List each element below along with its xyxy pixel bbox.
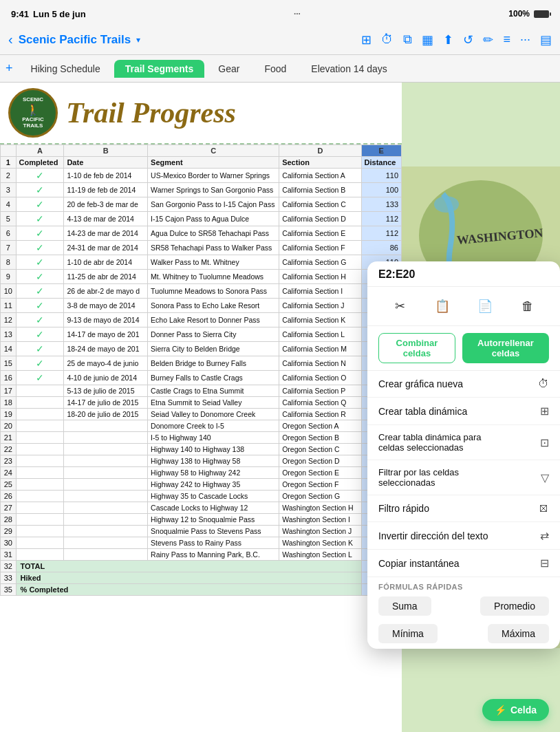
cell-date-4[interactable]: 20 de feb-3 de mar de bbox=[64, 197, 148, 212]
cell-date-19[interactable]: 18-20 de julio de 2015 bbox=[64, 409, 148, 420]
cell-segment-23[interactable]: Highway 138 to Highway 58 bbox=[148, 455, 279, 467]
cell-date-26[interactable] bbox=[64, 491, 148, 502]
formula-minima[interactable]: Mínima bbox=[378, 624, 438, 643]
cell-section-27[interactable]: Washington Section H bbox=[279, 502, 361, 514]
cell-segment-3[interactable]: Warner Springs to San Gorgonio Pass bbox=[148, 183, 279, 197]
cell-section-24[interactable]: Oregon Section E bbox=[279, 467, 361, 479]
cell-date-10[interactable]: 26 de abr-2 de mayo d bbox=[64, 284, 148, 299]
cell-segment-10[interactable]: Tuolumne Meadows to Sonora Pass bbox=[148, 284, 279, 299]
cell-section-2[interactable]: California Section A bbox=[279, 169, 361, 183]
more-icon[interactable]: ··· bbox=[520, 32, 530, 47]
col-header-d[interactable]: D bbox=[279, 145, 361, 157]
cell-date-27[interactable] bbox=[64, 502, 148, 514]
cell-section-3[interactable]: California Section B bbox=[279, 183, 361, 197]
cell-section-15[interactable]: California Section N bbox=[279, 356, 361, 371]
clock-icon[interactable]: ⏱ bbox=[381, 32, 394, 47]
cell-segment-14[interactable]: Sierra City to Belden Bridge bbox=[148, 342, 279, 356]
cell-completed-12[interactable]: ✓ bbox=[16, 313, 64, 327]
cell-completed-6[interactable]: ✓ bbox=[16, 226, 64, 241]
cell-completed-16[interactable]: ✓ bbox=[16, 371, 64, 385]
cell-completed-23[interactable] bbox=[16, 455, 64, 467]
menu-item-crear-grafica[interactable]: Crear gráfica nueva ⏱ bbox=[367, 371, 560, 398]
cell-section-7[interactable]: California Section F bbox=[279, 241, 361, 255]
cell-completed-19[interactable] bbox=[16, 409, 64, 420]
cell-date-21[interactable] bbox=[64, 432, 148, 444]
cell-section-23[interactable]: Oregon Section D bbox=[279, 455, 361, 467]
menu-item-filtrar[interactable]: Filtrar por las celdasseleccionadas ▽ bbox=[367, 460, 560, 495]
cell-completed-25[interactable] bbox=[16, 479, 64, 491]
cell-date-28[interactable] bbox=[64, 514, 148, 526]
cell-completed-14[interactable]: ✓ bbox=[16, 342, 64, 356]
tab-gear[interactable]: Gear bbox=[207, 60, 250, 78]
cell-date-9[interactable]: 11-25 de abr de 2014 bbox=[64, 270, 148, 284]
cell-segment-12[interactable]: Echo Lake Resort to Donner Pass bbox=[148, 313, 279, 327]
cell-date-24[interactable] bbox=[64, 467, 148, 479]
cell-completed-13[interactable]: ✓ bbox=[16, 327, 64, 342]
cell-section-9[interactable]: California Section H bbox=[279, 270, 361, 284]
cell-section-10[interactable]: California Section I bbox=[279, 284, 361, 299]
cell-segment-4[interactable]: San Gorgonio Pass to I-15 Cajon Pass bbox=[148, 197, 279, 212]
cell-section-5[interactable]: California Section D bbox=[279, 212, 361, 226]
col-header-c[interactable]: C bbox=[148, 145, 279, 157]
cell-completed-3[interactable]: ✓ bbox=[16, 183, 64, 197]
cell-completed-31[interactable] bbox=[16, 549, 64, 561]
cell-section-25[interactable]: Oregon Section F bbox=[279, 479, 361, 491]
cell-segment-9[interactable]: Mt. Whitney to Tuolumne Meadows bbox=[148, 270, 279, 284]
cell-completed-9[interactable]: ✓ bbox=[16, 270, 64, 284]
combinar-celdas-button[interactable]: Combinar celdas bbox=[378, 333, 455, 363]
cell-date-11[interactable]: 3-8 de mayo de 2014 bbox=[64, 299, 148, 313]
cell-segment-5[interactable]: I-15 Cajon Pass to Agua Dulce bbox=[148, 212, 279, 226]
cell-section-4[interactable]: California Section C bbox=[279, 197, 361, 212]
brush-icon[interactable]: ✏ bbox=[483, 32, 493, 47]
cell-completed-8[interactable]: ✓ bbox=[16, 255, 64, 270]
cell-segment-28[interactable]: Highway 12 to Snoqualmie Pass bbox=[148, 514, 279, 526]
cell-date-6[interactable]: 14-23 de mar de 2014 bbox=[64, 226, 148, 241]
cell-section-26[interactable]: Oregon Section G bbox=[279, 491, 361, 502]
image-icon[interactable]: ▦ bbox=[422, 32, 433, 47]
cell-distance-6[interactable]: 112 bbox=[361, 226, 401, 241]
cell-segment-6[interactable]: Agua Dulce to SR58 Tehachapi Pass bbox=[148, 226, 279, 241]
cell-distance-5[interactable]: 112 bbox=[361, 212, 401, 226]
title-chevron-icon[interactable]: ▾ bbox=[136, 35, 140, 45]
popup-cut-button[interactable]: ✂ bbox=[387, 294, 412, 319]
cell-completed-21[interactable] bbox=[16, 432, 64, 444]
cell-section-12[interactable]: California Section K bbox=[279, 313, 361, 327]
cell-segment-2[interactable]: US-Mexico Border to Warner Springs bbox=[148, 169, 279, 183]
col-header-e[interactable]: E bbox=[361, 145, 401, 157]
cell-section-18[interactable]: California Section Q bbox=[279, 397, 361, 409]
menu-item-filtro-rapido[interactable]: Filtro rápido 🝱 bbox=[367, 495, 560, 522]
cell-date-20[interactable] bbox=[64, 420, 148, 432]
menu-item-invertir-texto[interactable]: Invertir dirección del texto ⇄ bbox=[367, 522, 560, 550]
cell-completed-7[interactable]: ✓ bbox=[16, 241, 64, 255]
cell-completed-4[interactable]: ✓ bbox=[16, 197, 64, 212]
cell-date-7[interactable]: 24-31 de mar de 2014 bbox=[64, 241, 148, 255]
cell-fab-button[interactable]: ⚡ Celda bbox=[482, 699, 549, 721]
cell-section-31[interactable]: Washington Section L bbox=[279, 549, 361, 561]
cell-date-23[interactable] bbox=[64, 455, 148, 467]
formula-promedio[interactable]: Promedio bbox=[480, 596, 549, 616]
cell-completed-29[interactable] bbox=[16, 526, 64, 537]
cell-segment-24[interactable]: Highway 58 to Highway 242 bbox=[148, 467, 279, 479]
cell-date-15[interactable]: 25 de mayo-4 de junio bbox=[64, 356, 148, 371]
cell-segment-30[interactable]: Stevens Pass to Rainy Pass bbox=[148, 537, 279, 549]
cell-segment-26[interactable]: Highway 35 to Cascade Locks bbox=[148, 491, 279, 502]
cell-segment-19[interactable]: Seiad Valley to Donomore Creek bbox=[148, 409, 279, 420]
cell-section-13[interactable]: California Section L bbox=[279, 327, 361, 342]
cell-section-17[interactable]: California Section P bbox=[279, 385, 361, 397]
popup-delete-button[interactable]: 🗑 bbox=[515, 294, 540, 319]
popup-copy-button[interactable]: 📋 bbox=[430, 294, 455, 319]
col-header-b[interactable]: B bbox=[64, 145, 148, 157]
cell-completed-10[interactable]: ✓ bbox=[16, 284, 64, 299]
cell-segment-29[interactable]: Snoqualmie Pass to Stevens Pass bbox=[148, 526, 279, 537]
cell-completed-2[interactable]: ✓ bbox=[16, 169, 64, 183]
cell-date-30[interactable] bbox=[64, 537, 148, 549]
popup-paste-button[interactable]: 📄 bbox=[473, 294, 497, 319]
cell-completed-30[interactable] bbox=[16, 537, 64, 549]
cell-completed-26[interactable] bbox=[16, 491, 64, 502]
menu-item-copiar-instantanea[interactable]: Copiar instantánea ⊟ bbox=[367, 550, 560, 577]
spreadsheet-grid[interactable]: A B C D E 1 Completed Date Segment Secti… bbox=[0, 144, 402, 596]
cell-date-25[interactable] bbox=[64, 479, 148, 491]
cell-completed-28[interactable] bbox=[16, 514, 64, 526]
cell-completed-24[interactable] bbox=[16, 467, 64, 479]
col-header-a[interactable]: A bbox=[16, 145, 64, 157]
